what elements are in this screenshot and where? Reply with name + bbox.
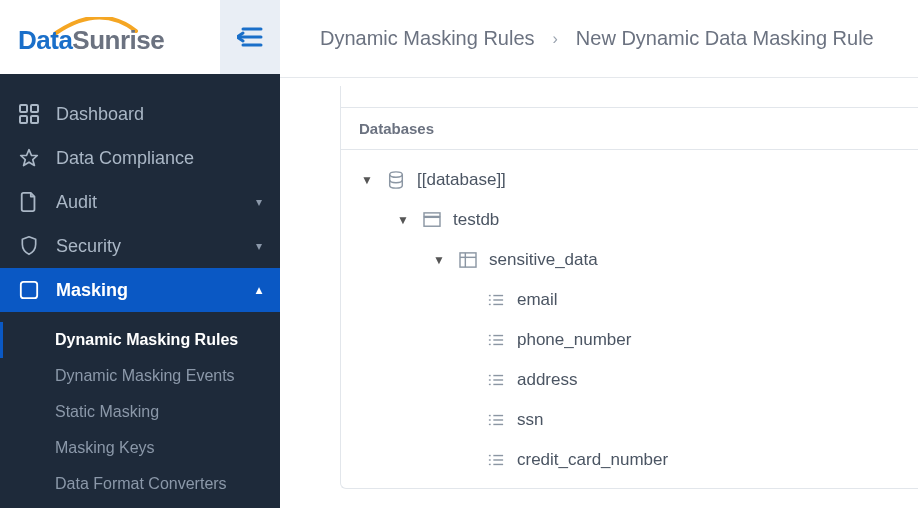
tree-node-table[interactable]: ▼ sensitive_data [351, 240, 908, 280]
breadcrumb-bar: Dynamic Masking Rules › New Dynamic Data… [280, 0, 918, 78]
brand-logo[interactable]: DataSunrise [0, 0, 220, 74]
column-icon [485, 373, 507, 387]
svg-rect-13 [460, 253, 476, 267]
expand-toggle-icon[interactable]: ▼ [359, 173, 375, 187]
tree-label: credit_card_number [517, 450, 668, 470]
breadcrumb-sep-icon: › [553, 30, 558, 48]
tree-node-column[interactable]: phone_number [351, 320, 908, 360]
chevron-down-icon: ▾ [256, 239, 262, 253]
svg-rect-12 [424, 217, 440, 226]
tree-label: ssn [517, 410, 543, 430]
app-root: DataSunrise Dash [0, 0, 918, 508]
svg-rect-5 [20, 116, 27, 123]
nav-item-security[interactable]: Security ▾ [0, 224, 280, 268]
nav-item-dashboard[interactable]: Dashboard [0, 92, 280, 136]
table-icon [457, 252, 479, 268]
svg-point-10 [390, 172, 403, 177]
sidebar: DataSunrise Dash [0, 0, 280, 508]
subnav-label: Dynamic Masking Events [55, 367, 235, 385]
column-icon [485, 333, 507, 347]
subnav-data-format-converters[interactable]: Data Format Converters [0, 466, 280, 502]
nav-label: Dashboard [56, 104, 262, 125]
tree-label: email [517, 290, 558, 310]
tree-label: testdb [453, 210, 499, 230]
masking-subnav: Dynamic Masking Rules Dynamic Masking Ev… [0, 312, 280, 508]
sidebar-collapse-button[interactable] [220, 0, 280, 74]
chevron-up-icon: ▴ [256, 283, 262, 297]
subnav-static-masking[interactable]: Static Masking [0, 394, 280, 430]
nav-label: Audit [56, 192, 240, 213]
subnav-label: Dynamic Masking Rules [55, 331, 238, 349]
content: Databases ▼ [[database]] [280, 78, 918, 508]
breadcrumb: Dynamic Masking Rules › New Dynamic Data… [320, 27, 874, 50]
subnav-label: Masking Keys [55, 439, 155, 457]
tree-node-column[interactable]: address [351, 360, 908, 400]
logo-text-sunrise: Sunrise [72, 25, 164, 55]
svg-rect-11 [424, 213, 440, 217]
tree-label: [[database]] [417, 170, 506, 190]
svg-rect-9 [24, 285, 35, 296]
nav-item-data-compliance[interactable]: Data Compliance [0, 136, 280, 180]
subnav-label: Data Format Converters [55, 475, 227, 493]
star-icon [18, 148, 40, 168]
breadcrumb-current: New Dynamic Data Masking Rule [576, 27, 874, 50]
column-icon [485, 293, 507, 307]
shield-icon [18, 236, 40, 256]
logo-row: DataSunrise [0, 0, 280, 74]
nav-label: Security [56, 236, 240, 257]
primary-nav: Dashboard Data Compliance Audit [0, 74, 280, 508]
svg-rect-4 [31, 105, 38, 112]
svg-rect-3 [20, 105, 27, 112]
column-icon [485, 453, 507, 467]
expand-toggle-icon[interactable]: ▼ [431, 253, 447, 267]
tree-node-column[interactable]: ssn [351, 400, 908, 440]
tree-node-database[interactable]: ▼ [[database]] [351, 160, 908, 200]
subnav-label: Static Masking [55, 403, 159, 421]
tree-label: address [517, 370, 577, 390]
nav-item-masking[interactable]: Masking ▴ [0, 268, 280, 312]
logo-text-data: Data [18, 25, 72, 55]
subnav-masking-keys[interactable]: Masking Keys [0, 430, 280, 466]
column-icon [485, 413, 507, 427]
subnav-dynamic-masking-rules[interactable]: Dynamic Masking Rules [0, 322, 280, 358]
svg-rect-6 [31, 116, 38, 123]
chevron-down-icon: ▾ [256, 195, 262, 209]
tree-label: phone_number [517, 330, 631, 350]
mask-icon [18, 280, 40, 300]
nav-label: Data Compliance [56, 148, 262, 169]
db-tree: ▼ [[database]] ▼ [341, 150, 918, 488]
panel-head-strip [341, 86, 918, 108]
tree-label: sensitive_data [489, 250, 598, 270]
tree-node-column[interactable]: credit_card_number [351, 440, 908, 480]
panel-title: Databases [341, 108, 918, 150]
schema-icon [421, 212, 443, 228]
expand-toggle-icon[interactable]: ▼ [395, 213, 411, 227]
tree-node-column[interactable]: email [351, 280, 908, 320]
document-icon [18, 192, 40, 212]
svg-marker-7 [21, 150, 38, 166]
collapse-icon [237, 26, 263, 48]
tree-node-schema[interactable]: ▼ testdb [351, 200, 908, 240]
nav-label: Masking [56, 280, 240, 301]
nav-item-audit[interactable]: Audit ▾ [0, 180, 280, 224]
breadcrumb-root[interactable]: Dynamic Masking Rules [320, 27, 535, 50]
databases-panel: Databases ▼ [[database]] [340, 86, 918, 489]
main: Dynamic Masking Rules › New Dynamic Data… [280, 0, 918, 508]
subnav-dynamic-masking-events[interactable]: Dynamic Masking Events [0, 358, 280, 394]
database-icon [385, 171, 407, 189]
dashboard-icon [18, 104, 40, 124]
